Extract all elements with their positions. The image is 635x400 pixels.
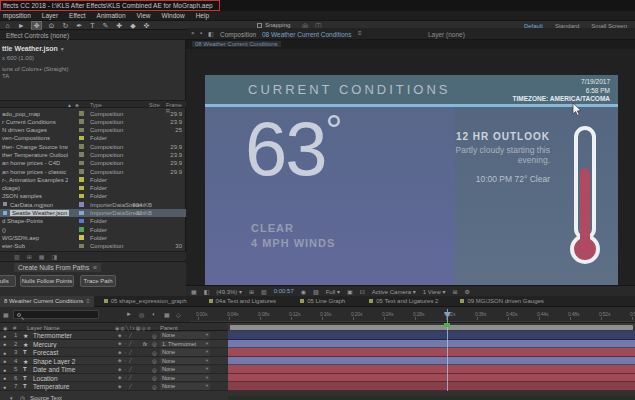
item-label-swatch[interactable] [79,111,84,116]
grid-guides-icon[interactable]: ⊞ [249,288,254,295]
project-item-row[interactable]: CarData.mgjsonImporterDataStream804 KB [0,200,186,208]
eye-icon[interactable]: ● [3,384,6,390]
layer-row-thermometer[interactable]: ●1★Thermometer◆◦╱◎None▾ [0,331,228,340]
item-label-swatch[interactable] [79,194,84,199]
layer-name[interactable]: Date and Time [33,366,75,373]
puppet-tool-icon[interactable]: ✜ [142,22,151,30]
eye-icon[interactable]: ● [3,375,6,381]
item-label-swatch[interactable] [79,119,84,124]
button-trace-path[interactable]: Trace Path [80,275,116,287]
project-item-row[interactable]: ther Temperature OutlookComposition23.9 [0,150,186,158]
channels-icon[interactable]: ▨ [313,288,319,295]
item-label-swatch[interactable] [79,177,84,182]
timeline-search-input[interactable] [13,310,99,319]
layer-name[interactable]: Thermometer [33,332,72,339]
composition-canvas[interactable]: CURRENT CONDITIONS 7/19/2017 6:58 PM TIM… [205,75,618,285]
tab-composition-prefix[interactable]: Composition [220,31,256,38]
button-nulls-follow-points[interactable]: Nulls Follow Points [20,275,74,287]
project-item-name[interactable]: ther- Change Source Instructions [2,144,68,150]
resolution-select[interactable]: Full ▾ [326,288,340,295]
layer-switches[interactable]: ◆◦╱ [118,384,135,389]
twirl-down-icon[interactable]: ▾ [10,395,13,400]
pen-tool-icon[interactable]: ✒ [75,22,84,30]
eye-icon[interactable]: ● [3,358,6,364]
project-item-name[interactable]: JSON samples [2,193,42,199]
layer-duration-bar[interactable] [228,357,635,366]
orbit-tool-icon[interactable]: ↻ [61,22,70,30]
layer-row-forecast[interactable]: ●3TForecast◆◦╱◎None▾ [0,348,228,357]
item-label-swatch[interactable] [79,144,84,149]
panel-menu-icon[interactable]: ≡ [93,264,97,271]
current-time[interactable]: 0:00:57 [274,288,294,294]
item-label-swatch[interactable] [79,136,84,141]
project-item-row[interactable]: an home prices - classic 3DComposition29… [0,167,186,175]
project-item-row[interactable]: an home prices - C4DComposition29.9 [0,159,186,167]
parent-pickwhip-icon[interactable]: ◎ [152,333,157,339]
layer-duration-bar[interactable] [228,331,635,340]
motion-blur-icon[interactable]: ▦ [164,311,170,318]
project-item-row[interactable]: Seattle Weather.jsonImporterDataStream32… [0,209,186,217]
delete-icon[interactable]: ◨ [51,253,57,260]
timeline-tab-5[interactable]: 05 Text and Ligatures 2 [365,296,442,307]
always-preview-icon[interactable]: ▦ [191,288,197,295]
project-item-name[interactable]: r-, Animation Examples 2_1 folder [2,177,68,183]
layer-row-date-and-time[interactable]: ●5TDate and Time◆◦╱◎None▾ [0,365,228,374]
column-type[interactable]: Type [90,102,102,108]
frame-blending-icon[interactable]: ◐ [152,311,156,317]
snapping-checkbox[interactable] [257,23,262,28]
parent-dropdown[interactable]: 1. Thermomet▾ [160,341,210,348]
layer-row-location[interactable]: ●6TLocation◆◦╱◎None▾ [0,374,228,383]
new-comp-icon[interactable]: ▦ [39,253,45,260]
snapshot-icon[interactable]: ◉ [301,288,306,295]
menu-item-view[interactable]: View [137,12,151,19]
new-folder-icon[interactable]: ⊞ [27,253,32,260]
project-item-row[interactable]: d Shape-PointsFolder [0,217,186,225]
project-item-name[interactable]: eter-Sub [2,243,25,249]
layer-row-mercury[interactable]: ●2★Mercury◆◦╱fx◎1. Thermomet▾ [0,340,228,349]
column-number[interactable]: # [13,325,16,331]
comp-mini-flowchart-icon[interactable]: ▦ [3,311,9,318]
layer-duration-bar[interactable] [228,365,635,374]
parent-dropdown[interactable]: None▾ [160,332,210,339]
sort-arrow-icon[interactable]: ▲ [67,102,72,108]
hide-shy-icon[interactable]: ◎ [139,311,144,318]
mask-toggle-icon[interactable]: ▥ [261,288,267,295]
project-item-name[interactable]: ado_pop_map [2,111,40,117]
item-label-swatch[interactable] [79,227,84,232]
parent-dropdown[interactable]: None▾ [160,358,210,365]
type-tool-icon[interactable]: T [89,22,96,29]
item-label-swatch[interactable] [79,202,84,207]
camera-select[interactable]: Active Camera ▾ [372,288,416,295]
parent-dropdown[interactable]: None▾ [160,349,210,356]
stopwatch-icon[interactable]: ◷ [20,395,25,400]
zoom-level[interactable]: (49.3%) ▾ [216,288,242,295]
item-label-swatch[interactable] [79,244,84,249]
zoom-tool-icon[interactable]: ⊙ [47,22,56,30]
menu-item-animation[interactable]: Animation [97,12,126,19]
layer-switches[interactable]: ◆◦╱ [118,350,135,355]
layer-switches[interactable]: ◆◦╱ [118,341,135,346]
layer-row-temperature[interactable]: ●7TTemperature◆◦╱◎None▾ [0,382,228,391]
project-item-row[interactable]: r-, Animation Examples 2_1 folderFolder [0,175,186,183]
layer-name[interactable]: Mercury [33,341,56,348]
timeline-tab-6[interactable]: 09 MG/JSON driven Gauges [456,296,547,307]
panel-menu-icon[interactable]: ≡ [358,30,362,36]
item-label-swatch[interactable] [79,186,84,191]
chevron-down-icon[interactable]: ▼ [60,46,65,52]
layer-name[interactable]: Location [33,375,58,382]
project-item-row[interactable]: N driven GaugesComposition25 [0,126,186,134]
project-item-name[interactable]: an home prices - C4D [2,160,60,166]
timeline-tab-4[interactable]: 05 Line Graph [296,296,349,307]
project-item-row[interactable]: ther- Change Source InstructionsComposit… [0,142,186,150]
parent-pickwhip-icon[interactable]: ◎ [152,341,157,347]
clone-stamp-tool-icon[interactable]: ✚ [115,22,124,30]
project-item-row[interactable]: WG/SD%.aepFolder [0,233,186,241]
project-item-name[interactable]: ven-Compositions [2,135,50,141]
label-color-icon[interactable]: ◈ [75,102,79,108]
tab-create-nulls[interactable]: Create Nulls From Paths≡ [14,263,101,272]
layer-row-shape-layer-2[interactable]: ●4★Shape Layer 2◆◦╱◎None▾ [0,357,228,366]
lock-icon[interactable]: ◧ [208,30,214,37]
eye-icon[interactable]: ● [3,341,6,347]
project-item-name[interactable]: an home prices - classic 3D [2,169,68,175]
hand-tool-icon[interactable]: ✥ [31,21,42,31]
